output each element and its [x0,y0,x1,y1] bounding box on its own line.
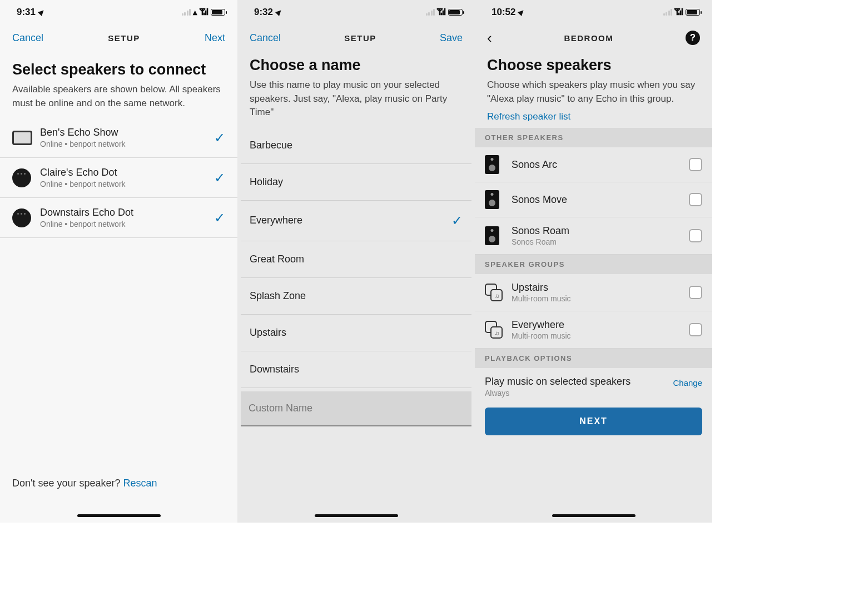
page-title: Choose speakers [475,51,712,78]
status-bar: 9:32 📶︎ [237,0,475,24]
name-option[interactable]: Upstairs [241,315,471,351]
status-time: 9:32 [254,7,273,18]
section-speaker-groups: SPEAKER GROUPS [475,255,712,274]
battery-icon [448,9,463,16]
speaker-name: Sonos Roam [512,225,689,237]
speaker-row[interactable]: Downstairs Echo Dot Online • benport net… [0,198,237,238]
name-label: Great Room [250,254,304,265]
speaker-status: Online • benport network [40,180,214,188]
footer-prompt: Don't see your speaker? Rescan [0,478,237,489]
save-button[interactable]: Save [440,32,463,44]
check-icon: ✓ [214,130,225,146]
speaker-row[interactable]: Sonos Move [475,182,712,217]
speaker-name: Claire's Echo Dot [40,167,214,178]
rescan-link[interactable]: Rescan [123,478,157,489]
home-indicator [315,514,398,517]
speaker-name: Sonos Arc [512,159,689,171]
group-name: Everywhere [512,319,689,331]
next-button[interactable]: Next [205,32,225,44]
speaker-name: Downstairs Echo Dot [40,207,214,218]
checkbox[interactable] [689,323,702,336]
cancel-button[interactable]: Cancel [250,32,281,44]
checkbox[interactable] [689,229,702,242]
nav-bar: Cancel SETUP Save [237,24,475,51]
speaker-row[interactable]: Sonos Roam Sonos Roam [475,217,712,255]
speaker-name: Ben's Echo Show [40,127,214,138]
name-label: Splash Zone [250,290,306,302]
back-button[interactable]: ‹ [487,29,492,47]
playback-option-row[interactable]: Play music on selected speakers Always C… [475,368,712,408]
speaker-status: Online • benport network [40,220,214,228]
playback-subtitle: Always [485,389,630,398]
name-option[interactable]: Downstairs [241,351,471,388]
name-option[interactable]: Great Room [241,241,471,278]
page-subtitle: Use this name to play music on your sele… [237,78,475,127]
speaker-row[interactable]: Ben's Echo Show Online • benport network… [0,118,237,158]
check-icon: ✓ [214,210,225,226]
screen-choose-name: 9:32 📶︎ Cancel SETUP Save Choose a name … [237,0,475,523]
speaker-status: Online • benport network [40,140,214,148]
location-icon [38,8,46,16]
battery-icon [686,9,700,16]
refresh-link[interactable]: Refresh speaker list [475,109,583,128]
home-indicator [77,514,161,517]
battery-icon [211,9,225,16]
check-icon: ✓ [451,213,463,228]
nav-bar: ‹ BEDROOM ? [475,24,712,51]
name-label: Downstairs [250,364,299,375]
nav-title: SETUP [344,33,376,43]
name-label: Holiday [250,176,283,188]
wifi-icon: 📶︎ [437,7,446,17]
checkbox[interactable] [689,286,702,299]
location-icon [518,8,525,16]
speaker-row[interactable]: Claire's Echo Dot Online • benport netwo… [0,158,237,198]
check-icon: ✓ [214,170,225,186]
page-title: Select speakers to connect [0,51,237,83]
group-name: Upstairs [512,282,689,294]
signal-icon [182,9,191,16]
cancel-button[interactable]: Cancel [12,32,43,44]
name-option[interactable]: Holiday [241,164,471,201]
name-label: Barbecue [250,140,292,151]
group-row[interactable]: ♫ Everywhere Multi-room music [475,311,712,349]
status-time: 10:52 [491,7,515,18]
speaker-icon [485,190,499,209]
checkbox[interactable] [689,193,702,206]
signal-icon [663,9,673,16]
next-button[interactable]: NEXT [485,408,702,435]
section-playback-options: PLAYBACK OPTIONS [475,349,712,368]
group-icon: ♫ [485,321,503,339]
group-sub: Multi-room music [512,331,689,340]
nav-title: BEDROOM [564,33,613,43]
custom-name-input[interactable] [241,391,471,426]
page-subtitle: Available speakers are shown below. All … [0,83,237,118]
group-sub: Multi-room music [512,294,689,303]
nav-bar: Cancel SETUP Next [0,24,237,51]
speaker-row[interactable]: Sonos Arc [475,147,712,182]
name-option[interactable]: Barbecue [241,127,471,164]
page-title: Choose a name [237,51,475,78]
status-bar: 10:52 📶︎ [475,0,712,24]
group-row[interactable]: ♫ Upstairs Multi-room music [475,274,712,311]
section-other-speakers: OTHER SPEAKERS [475,128,712,147]
location-icon [275,8,283,16]
speaker-sub: Sonos Roam [512,237,689,246]
page-subtitle: Choose which speakers play music when yo… [475,78,712,109]
name-option[interactable]: Everywhere✓ [241,201,471,241]
wifi-icon: 📶︎ [200,7,208,17]
dot-icon [12,168,31,187]
checkbox[interactable] [689,158,702,171]
tablet-icon [12,131,32,145]
status-bar: 9:31 ▴︎ 📶︎ [0,0,237,24]
change-link[interactable]: Change [673,378,702,388]
name-option[interactable]: Splash Zone [241,278,471,315]
help-button[interactable]: ? [686,31,700,45]
screen-select-speakers: 9:31 ▴︎ 📶︎ Cancel SETUP Next Select spea… [0,0,237,523]
status-time: 9:31 [17,7,36,18]
nav-title: SETUP [108,33,140,43]
speaker-icon [485,155,499,174]
screen-choose-speakers: 10:52 📶︎ ‹ BEDROOM ? Choose speakers Cho… [475,0,712,523]
speaker-icon [485,226,499,245]
name-label: Upstairs [250,327,286,339]
wifi-icon: ▴︎ [193,7,197,17]
